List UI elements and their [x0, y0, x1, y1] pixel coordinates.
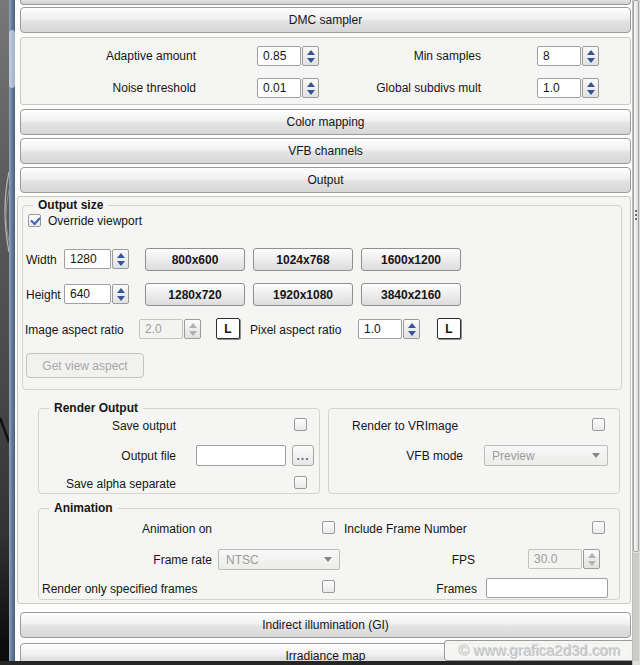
- browse-button[interactable]: ...: [292, 445, 314, 466]
- height-field[interactable]: 640: [64, 284, 111, 304]
- frame-rate-label: Frame rate: [110, 553, 212, 567]
- viewport-edge-strip: [0, 0, 9, 665]
- window-frame-bar: [9, 0, 15, 665]
- width-label: Width: [26, 253, 57, 267]
- image-aspect-spinner[interactable]: [184, 319, 201, 339]
- image-aspect-lock-button[interactable]: L: [216, 318, 240, 339]
- vertical-scrollbar-thumb[interactable]: [633, 0, 639, 552]
- save-alpha-label: Save alpha separate: [44, 477, 176, 491]
- dropdown-arrow-icon: [324, 557, 332, 562]
- min-samples-label: Min samples: [321, 49, 481, 63]
- pixel-aspect-field[interactable]: 1.0: [358, 319, 402, 339]
- global-subdivs-label: Global subdivs mult: [321, 81, 481, 95]
- output-file-field[interactable]: [196, 445, 286, 466]
- rollout-vfb-channels-label: VFB channels: [288, 144, 363, 158]
- previous-rollout-bottom-edge: [20, 0, 631, 5]
- dmc-sampler-panel: Adaptive amount Min samples 0.85 8 Noise…: [20, 37, 631, 105]
- animation-on-checkbox[interactable]: [322, 521, 335, 534]
- vfb-mode-label: VFB mode: [363, 449, 463, 463]
- spinner-up-icon[interactable]: [117, 288, 125, 293]
- output-size-title: Output size: [33, 198, 108, 212]
- spinner-up-icon[interactable]: [307, 50, 315, 55]
- width-field[interactable]: 1280: [64, 249, 111, 269]
- min-samples-spinner[interactable]: [582, 46, 599, 66]
- noise-threshold-label: Noise threshold: [41, 81, 196, 95]
- vfb-mode-dropdown[interactable]: Preview: [484, 445, 608, 466]
- spinner-down-icon[interactable]: [117, 261, 125, 266]
- viewport-spline-lines: [0, 0, 9, 665]
- spinner-down-icon[interactable]: [587, 90, 595, 95]
- watermark: © www.grafica2d3d.com: [444, 640, 636, 661]
- preset-1600x1200-button[interactable]: 1600x1200: [361, 248, 461, 271]
- save-output-checkbox[interactable]: [294, 418, 307, 431]
- fps-spinner[interactable]: [583, 549, 600, 569]
- render-only-frames-checkbox[interactable]: [322, 580, 335, 593]
- spinner-up-icon: [189, 323, 197, 328]
- rollout-gi[interactable]: Indirect illumination (GI): [20, 612, 631, 638]
- image-aspect-field[interactable]: 2.0: [139, 319, 183, 339]
- height-spinner[interactable]: [112, 284, 129, 304]
- adaptive-amount-field[interactable]: 0.85: [257, 46, 301, 66]
- spinner-up-icon[interactable]: [117, 253, 125, 258]
- include-frame-number-checkbox[interactable]: [592, 521, 605, 534]
- fps-label: FPS: [420, 553, 475, 567]
- scrollbar-grip-dot: [635, 210, 637, 212]
- noise-threshold-field[interactable]: 0.01: [257, 78, 301, 98]
- width-spinner[interactable]: [112, 249, 129, 269]
- spinner-down-icon: [189, 331, 197, 336]
- save-alpha-checkbox[interactable]: [294, 476, 307, 489]
- spinner-down-icon[interactable]: [307, 58, 315, 63]
- pixel-aspect-lock-button[interactable]: L: [437, 318, 461, 339]
- preset-800x600-button[interactable]: 800x600: [145, 248, 245, 271]
- spinner-down-icon: [588, 561, 596, 566]
- rollout-dmc-sampler[interactable]: DMC sampler: [20, 7, 631, 33]
- window-bottom-edge: [0, 661, 640, 665]
- min-samples-field[interactable]: 8: [537, 46, 581, 66]
- rollout-output[interactable]: Output: [20, 167, 631, 193]
- include-frame-number-label: Include Frame Number: [344, 522, 467, 536]
- adaptive-amount-label: Adaptive amount: [41, 49, 196, 63]
- spinner-down-icon[interactable]: [117, 296, 125, 301]
- preset-1024x768-button[interactable]: 1024x768: [253, 248, 353, 271]
- get-view-aspect-button[interactable]: Get view aspect: [26, 353, 144, 378]
- spinner-up-icon[interactable]: [587, 50, 595, 55]
- preset-1280x720-button[interactable]: 1280x720: [145, 283, 245, 306]
- global-subdivs-field[interactable]: 1.0: [537, 78, 581, 98]
- pixel-aspect-spinner[interactable]: [403, 319, 420, 339]
- frames-field[interactable]: [486, 578, 608, 598]
- vfb-mode-value: Preview: [492, 449, 535, 463]
- vertical-scrollbar-track[interactable]: [633, 553, 639, 661]
- noise-threshold-spinner[interactable]: [302, 78, 319, 98]
- rollout-output-label: Output: [307, 173, 343, 187]
- spinner-up-icon[interactable]: [307, 82, 315, 87]
- render-to-vrimage-label: Render to VRImage: [352, 419, 458, 433]
- spinner-up-icon[interactable]: [587, 82, 595, 87]
- dropdown-arrow-icon: [592, 453, 600, 458]
- rollout-color-mapping[interactable]: Color mapping: [20, 109, 631, 135]
- vray-render-settings-panel: DMC sampler Adaptive amount Min samples …: [0, 0, 640, 665]
- render-to-vrimage-checkbox[interactable]: [592, 418, 605, 431]
- spinner-up-icon: [588, 553, 596, 558]
- height-label: Height: [26, 288, 61, 302]
- preset-3840x2160-button[interactable]: 3840x2160: [361, 283, 461, 306]
- frames-label: Frames: [420, 582, 477, 596]
- render-only-frames-label: Render only specified frames: [42, 582, 197, 596]
- rollout-dmc-sampler-label: DMC sampler: [289, 13, 362, 27]
- spinner-down-icon[interactable]: [307, 90, 315, 95]
- global-subdivs-spinner[interactable]: [582, 78, 599, 98]
- scrollbar-grip-dot: [635, 214, 637, 216]
- spinner-down-icon[interactable]: [408, 331, 416, 336]
- rollout-vfb-channels[interactable]: VFB channels: [20, 138, 631, 164]
- animation-title: Animation: [49, 501, 118, 515]
- spinner-down-icon[interactable]: [587, 58, 595, 63]
- frame-rate-dropdown[interactable]: NTSC: [218, 549, 340, 570]
- render-output-title: Render Output: [49, 401, 143, 415]
- rollout-gi-label: Indirect illumination (GI): [262, 618, 389, 632]
- image-aspect-label: Image aspect ratio: [25, 323, 124, 337]
- fps-field[interactable]: 30.0: [528, 549, 582, 569]
- spinner-up-icon[interactable]: [408, 323, 416, 328]
- preset-1920x1080-button[interactable]: 1920x1080: [253, 283, 353, 306]
- override-viewport-label: Override viewport: [48, 214, 142, 228]
- adaptive-amount-spinner[interactable]: [302, 46, 319, 66]
- override-viewport-checkbox[interactable]: [28, 214, 41, 227]
